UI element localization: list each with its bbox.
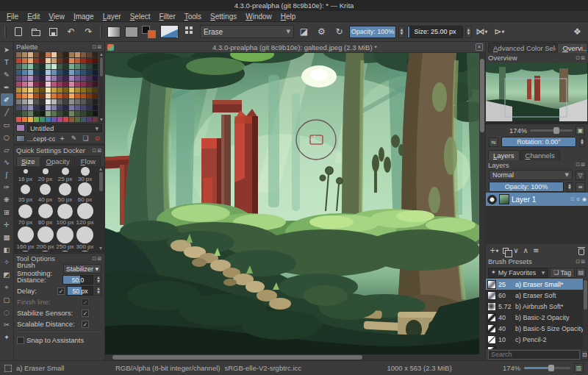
palette-swatch[interactable]	[93, 70, 98, 75]
palette-swatch[interactable]	[34, 99, 39, 104]
palette-swatch[interactable]	[57, 117, 62, 122]
palette-swatch[interactable]	[69, 70, 74, 75]
palette-swatch[interactable]	[51, 117, 57, 122]
palette-swatch[interactable]	[16, 58, 21, 63]
palette-swatch[interactable]	[87, 111, 92, 116]
canvas-only-mode-button[interactable]: ▥	[574, 363, 584, 373]
brush-size-option[interactable]	[57, 226, 74, 243]
palette-swatch[interactable]	[81, 117, 86, 122]
palette-swatch[interactable]	[75, 105, 80, 110]
finish-line-checkbox[interactable]: ✓	[82, 299, 89, 306]
brush-size-option[interactable]	[21, 185, 30, 194]
menu-window[interactable]: Window	[241, 12, 276, 21]
palette-swatch[interactable]	[63, 64, 68, 69]
palette-swatch[interactable]	[51, 105, 57, 110]
workspace-chooser-button[interactable]: ❖	[570, 24, 585, 40]
distance-spinner[interactable]: ▲▼	[96, 275, 101, 285]
add-color-button[interactable]: +	[57, 134, 67, 143]
palette-swatch[interactable]	[93, 58, 98, 63]
palette-swatch[interactable]	[22, 99, 27, 104]
menu-help[interactable]: Help	[276, 12, 301, 21]
palette-swatch[interactable]	[51, 76, 57, 81]
foreground-background-colors[interactable]	[141, 25, 157, 39]
palette-swatch[interactable]	[28, 111, 33, 116]
palette-swatch[interactable]	[57, 70, 62, 75]
brush-size-option[interactable]	[43, 168, 49, 174]
brush-size-option[interactable]	[40, 184, 51, 195]
freehand-brush-tool[interactable]: ✐	[1, 93, 13, 106]
ellipse-tool[interactable]: ○	[1, 131, 13, 143]
palette-swatch[interactable]	[75, 58, 80, 63]
qs-scrollbar[interactable]	[98, 166, 104, 251]
palette-swatch[interactable]	[34, 105, 39, 110]
delete-layer-button[interactable]	[578, 246, 584, 255]
palette-swatch[interactable]	[87, 82, 92, 87]
palette-swatch[interactable]	[63, 117, 68, 122]
brush-preset-item[interactable]: 60a) Eraser Soft	[486, 290, 588, 301]
new-document-button[interactable]	[10, 24, 26, 40]
brush-preset-item[interactable]	[486, 345, 588, 349]
palette-name-combo[interactable]: Untitled ▼	[27, 124, 102, 132]
palette-swatch[interactable]	[69, 58, 74, 63]
palette-swatch[interactable]	[69, 105, 74, 110]
toolbar-grip[interactable]	[4, 26, 7, 38]
opacity-slider[interactable]: Opacity: 100%	[349, 26, 396, 38]
assistants-tool[interactable]: ⌖	[1, 281, 13, 293]
edit-brush-settings-button[interactable]	[159, 24, 180, 40]
palette-swatch[interactable]	[93, 64, 98, 69]
layer-opacity-slider[interactable]: Opacity: 100%	[489, 182, 564, 192]
palette-swatch[interactable]	[75, 76, 80, 81]
palette-swatch[interactable]	[75, 93, 80, 99]
reload-preset-button[interactable]: ↻	[331, 24, 347, 40]
palette-swatch[interactable]	[63, 99, 68, 104]
canvas-vertical-scrollbar[interactable]	[479, 53, 485, 354]
gradient-chooser-button[interactable]	[106, 24, 121, 40]
palette-swatch[interactable]	[40, 64, 45, 69]
docker-float-close-icons[interactable]: ⊡⊠	[576, 259, 586, 265]
palette-swatch[interactable]	[22, 93, 27, 99]
qs-tab-opacity[interactable]: Opacity	[41, 156, 75, 166]
pattern-chooser-button[interactable]	[123, 24, 139, 40]
save-button[interactable]	[46, 24, 61, 40]
palette-swatch[interactable]	[69, 93, 74, 99]
brush-preset-item[interactable]: 25a) Eraser Small*	[486, 279, 588, 290]
add-layer-button[interactable]: +▼	[490, 246, 498, 254]
menu-file[interactable]: File	[2, 12, 23, 21]
palette-swatch[interactable]	[93, 105, 98, 110]
text-tool[interactable]: T	[1, 56, 13, 68]
brush-preset-item[interactable]: 40b) Basic-5 Size Opacity	[486, 323, 588, 334]
palette-swatch[interactable]	[16, 88, 21, 93]
duplicate-layer-button[interactable]	[503, 248, 509, 254]
palette-swatch[interactable]	[28, 105, 33, 110]
close-subwindow-button[interactable]: ✕	[476, 43, 483, 51]
palette-swatch[interactable]	[81, 64, 86, 69]
menu-edit[interactable]: Edit	[23, 12, 44, 21]
palette-swatch[interactable]	[87, 117, 92, 122]
palette-swatch[interactable]	[63, 111, 68, 116]
move-layer-up-button[interactable]: ∧	[523, 246, 528, 254]
calligraphy-tool[interactable]: ✒	[1, 81, 13, 93]
palette-swatch[interactable]	[63, 82, 68, 87]
set-eraser-mode-button[interactable]: ◪	[296, 24, 312, 40]
palette-swatch[interactable]	[57, 88, 62, 93]
layer-row[interactable]: Layer 1 ⚿ α ◉	[486, 193, 588, 206]
palette-swatch[interactable]	[87, 88, 92, 93]
stabilize-sensors-checkbox[interactable]: ✓	[82, 310, 89, 317]
menu-view[interactable]: View	[44, 12, 69, 21]
palette-swatch[interactable]	[69, 111, 74, 116]
palette-swatch[interactable]	[81, 105, 86, 110]
palette-swatch[interactable]	[93, 99, 98, 104]
palette-swatch[interactable]	[75, 64, 80, 69]
palette-swatch[interactable]	[28, 70, 33, 75]
palette-swatch[interactable]	[75, 111, 80, 116]
palette-swatch[interactable]	[75, 70, 80, 75]
polygon-tool[interactable]: ▱	[1, 143, 13, 156]
rotation-spinner[interactable]: ▲▼	[579, 138, 585, 147]
palette-swatch[interactable]	[81, 88, 86, 93]
size-spinner[interactable]: ▲▼	[465, 26, 472, 38]
palette-swatch[interactable]	[57, 52, 62, 57]
polyline-tool[interactable]: ∿	[1, 156, 13, 168]
palette-swatch[interactable]	[22, 88, 27, 93]
delay-slider[interactable]: 50 px	[67, 286, 93, 296]
palette-swatch[interactable]	[34, 64, 39, 69]
